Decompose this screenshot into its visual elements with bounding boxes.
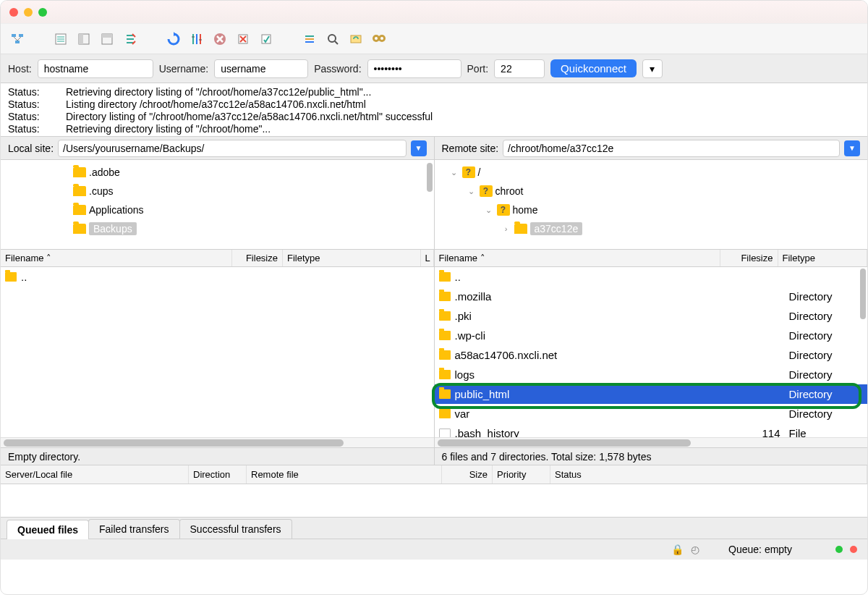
list-item[interactable]: varDirectory	[435, 404, 868, 423]
disclosure-icon[interactable]: ⌄	[449, 168, 459, 177]
local-path-input[interactable]	[58, 140, 406, 157]
message-log[interactable]: Status:Retrieving directory listing of "…	[1, 83, 867, 137]
tree-node-root[interactable]: /	[478, 166, 481, 178]
col-size[interactable]: Size	[442, 465, 493, 484]
tree-node-selected[interactable]: a37cc12e	[530, 222, 583, 235]
folder-icon	[439, 370, 451, 379]
log-text: Retrieving directory listing of "/chroot…	[66, 123, 271, 135]
tree-label: Backups	[89, 222, 137, 235]
list-item[interactable]: .bash_history114File	[435, 423, 868, 437]
col-status[interactable]: Status	[550, 465, 867, 484]
queue-header[interactable]: Server/Local file Direction Remote file …	[1, 465, 867, 484]
refresh-icon[interactable]	[164, 30, 183, 48]
col-filetype[interactable]: Filetype	[283, 250, 421, 266]
search-icon[interactable]	[370, 30, 388, 48]
toggle-queue-icon[interactable]	[121, 30, 140, 48]
reconnect-icon[interactable]	[257, 30, 276, 48]
disclosure-icon[interactable]: ›	[501, 224, 511, 233]
scrollbar-icon[interactable]	[427, 163, 433, 192]
quickconnect-button[interactable]: Quickconnect	[550, 59, 637, 77]
local-files-body[interactable]: ..	[1, 267, 434, 437]
tree-node[interactable]: Backups	[1, 219, 434, 238]
tree-node-chroot[interactable]: chroot	[495, 185, 524, 197]
col-filesize[interactable]: Filesize	[232, 250, 283, 266]
horizontal-scrollbar[interactable]	[435, 437, 868, 447]
file-type: File	[789, 427, 807, 437]
col-filesize[interactable]: Filesize	[720, 250, 778, 266]
toggle-local-tree-icon[interactable]	[75, 30, 93, 48]
file-type: Directory	[789, 349, 833, 361]
close-icon[interactable]	[9, 8, 18, 17]
host-input[interactable]	[38, 59, 153, 78]
list-item[interactable]: logsDirectory	[435, 365, 868, 384]
sort-asc-icon: ˄	[480, 253, 485, 263]
tree-label: .cups	[89, 185, 113, 197]
tab-successful-transfers[interactable]: Successful transfers	[179, 519, 292, 539]
col-remote[interactable]: Remote file	[247, 465, 442, 484]
zoom-icon[interactable]	[38, 8, 47, 17]
list-item[interactable]: ..	[435, 267, 868, 287]
list-item[interactable]: .pkiDirectory	[435, 306, 868, 326]
disclosure-icon[interactable]: ⌄	[484, 206, 494, 215]
toggle-remote-tree-icon[interactable]	[98, 30, 116, 48]
cancel-icon[interactable]	[210, 30, 229, 48]
tab-failed-transfers[interactable]: Failed transfers	[88, 519, 179, 539]
disconnect-icon[interactable]	[234, 30, 252, 48]
list-item[interactable]: a58ac14706.nxcli.netDirectory	[435, 345, 868, 365]
port-input[interactable]	[494, 59, 545, 78]
disclosure-icon[interactable]: ⌄	[467, 187, 477, 196]
file-type: Directory	[789, 329, 833, 342]
horizontal-scrollbar[interactable]	[1, 437, 434, 447]
tab-queued-files[interactable]: Queued files	[7, 520, 89, 539]
process-queue-icon[interactable]	[187, 30, 206, 48]
log-label: Status:	[8, 98, 51, 111]
minimize-icon[interactable]	[24, 8, 33, 17]
local-tree[interactable]: .adobe.cupsApplicationsBackups	[1, 160, 434, 249]
col-filename[interactable]: Filename	[5, 253, 43, 263]
queue-body[interactable]	[1, 484, 867, 518]
svg-rect-1	[19, 34, 23, 37]
file-name: var	[455, 408, 723, 420]
remote-tree[interactable]: ⌄?/ ⌄?chroot ⌄?home ›a37cc12e	[435, 160, 868, 249]
remote-path-dropdown[interactable]: ▼	[844, 140, 860, 156]
local-list-header[interactable]: Filename ˄ Filesize Filetype L	[1, 250, 434, 267]
filter-icon[interactable]	[300, 30, 319, 48]
lock-icon[interactable]: 🔒	[671, 544, 684, 555]
sync-browse-icon[interactable]	[346, 30, 365, 48]
password-input[interactable]	[367, 59, 461, 78]
file-type: Directory	[789, 310, 833, 322]
tree-node[interactable]: .cups	[1, 182, 434, 201]
tree-node[interactable]: Applications	[1, 201, 434, 219]
list-item[interactable]: ..	[1, 267, 434, 287]
site-manager-icon[interactable]	[8, 30, 27, 48]
col-server[interactable]: Server/Local file	[1, 465, 189, 484]
username-input[interactable]	[214, 59, 308, 78]
tree-node[interactable]: .adobe	[1, 163, 434, 182]
list-item[interactable]: public_htmlDirectory	[435, 384, 868, 404]
scrollbar-icon[interactable]	[860, 269, 866, 319]
remote-files-body[interactable]: ...mozillaDirectory.pkiDirectory.wp-cliD…	[435, 267, 868, 437]
quickconnect-history-dropdown[interactable]: ▾	[642, 59, 663, 78]
toggle-log-icon[interactable]	[51, 30, 70, 48]
list-item[interactable]: .wp-cliDirectory	[435, 326, 868, 345]
col-priority[interactable]: Priority	[493, 465, 550, 484]
activity-led-send-icon	[850, 546, 857, 553]
file-name: .wp-cli	[455, 329, 723, 342]
log-text: Directory listing of "/chroot/home/a37cc…	[66, 111, 433, 123]
list-item[interactable]: .mozillaDirectory	[435, 287, 868, 306]
sort-asc-icon: ˄	[46, 253, 51, 263]
col-filename[interactable]: Filename	[439, 253, 477, 263]
col-direction[interactable]: Direction	[189, 465, 247, 484]
folder-icon	[439, 389, 451, 399]
remote-list-header[interactable]: Filename ˄ Filesize Filetype	[435, 250, 868, 267]
local-file-list: Filename ˄ Filesize Filetype L ..	[1, 250, 435, 447]
col-filetype[interactable]: Filetype	[778, 250, 868, 266]
tree-node-home[interactable]: home	[513, 204, 538, 216]
directory-compare-icon[interactable]	[323, 30, 342, 48]
remote-path-input[interactable]	[503, 140, 840, 157]
file-type: Directory	[789, 368, 833, 381]
svg-line-4	[17, 37, 21, 41]
local-path-dropdown[interactable]: ▼	[411, 140, 427, 156]
col-last[interactable]: L	[421, 250, 434, 266]
file-name: .pki	[455, 310, 723, 322]
